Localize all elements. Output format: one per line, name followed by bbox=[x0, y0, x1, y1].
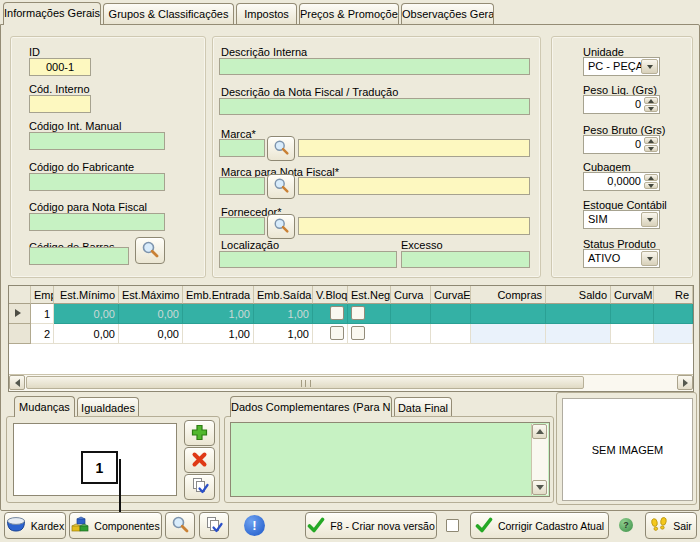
col-re[interactable]: Re bbox=[654, 286, 693, 304]
green-check-icon bbox=[475, 517, 493, 535]
cell-re[interactable] bbox=[654, 304, 693, 324]
corrigir-checkbox[interactable] bbox=[446, 519, 459, 532]
col-compras[interactable]: Compras bbox=[471, 286, 546, 304]
cell-emb-saida[interactable]: 1,00 bbox=[254, 304, 313, 324]
tab-igualdades[interactable]: Igualdades bbox=[77, 397, 139, 416]
current-row-arrow-icon bbox=[15, 309, 25, 317]
tab-data-final[interactable]: Data Final bbox=[394, 397, 452, 416]
scrollbar-thumb[interactable] bbox=[26, 376, 584, 389]
scrollbar-grip bbox=[301, 380, 311, 387]
footprints-icon bbox=[650, 517, 668, 535]
components-cubes-icon bbox=[71, 516, 89, 535]
plus-icon bbox=[191, 424, 208, 443]
cell-v-bloq[interactable] bbox=[313, 324, 348, 344]
col-est-neg[interactable]: Est.Neg. bbox=[348, 286, 391, 304]
scroll-down-icon[interactable] bbox=[532, 480, 547, 495]
v-bloq-checkbox[interactable] bbox=[330, 326, 344, 340]
grid-corner-cell[interactable] bbox=[9, 286, 31, 304]
cell-compras[interactable] bbox=[471, 304, 546, 324]
tab-informacoes-gerais[interactable]: Informações Gerais bbox=[3, 2, 101, 25]
cell-curvam[interactable] bbox=[611, 324, 654, 344]
scroll-up-icon[interactable] bbox=[532, 424, 547, 439]
copy-check-icon bbox=[191, 477, 209, 497]
kardex-label: Kardex bbox=[31, 520, 64, 532]
cell-emb-entrada[interactable]: 1,00 bbox=[183, 304, 254, 324]
delete-button[interactable] bbox=[184, 447, 215, 473]
sair-button[interactable]: Sair bbox=[645, 512, 697, 539]
corrigir-cadastro-button[interactable]: Corrigir Cadastro Atual bbox=[470, 512, 609, 539]
cell-est-neg[interactable] bbox=[348, 304, 391, 324]
dados-complementares-textarea[interactable] bbox=[230, 422, 550, 497]
cell-curvae[interactable] bbox=[431, 304, 471, 324]
help-question-icon[interactable]: ? bbox=[619, 518, 633, 532]
scroll-left-icon[interactable] bbox=[9, 375, 25, 390]
grid-header-row: Emp Est.Mínimo Est.Máximo Emb.Entrada Em… bbox=[9, 286, 693, 304]
search-icon bbox=[171, 515, 190, 536]
add-button[interactable] bbox=[184, 420, 215, 446]
tab-observacoes-gerais[interactable]: Observações Gerais bbox=[401, 3, 494, 24]
row-selector[interactable] bbox=[9, 304, 31, 324]
cell-curvam[interactable] bbox=[611, 304, 654, 324]
kardex-button[interactable]: Kardex bbox=[4, 512, 66, 539]
toolbar-copy-check-button[interactable] bbox=[199, 512, 229, 539]
cell-v-bloq[interactable] bbox=[313, 304, 348, 324]
x-icon bbox=[191, 451, 208, 470]
cell-emp[interactable]: 2 bbox=[31, 324, 54, 344]
cell-est-neg[interactable] bbox=[348, 324, 391, 344]
cell-curvae[interactable] bbox=[431, 324, 471, 344]
col-saldo[interactable]: Saldo bbox=[546, 286, 611, 304]
textarea-vertical-scrollbar[interactable] bbox=[531, 424, 548, 495]
green-check-icon bbox=[307, 517, 325, 535]
cell-est-maximo[interactable]: 0,00 bbox=[119, 324, 183, 344]
sair-label: Sair bbox=[673, 520, 692, 532]
cell-curva[interactable] bbox=[391, 304, 431, 324]
tab-grupos-classificacoes[interactable]: Grupos & Classificações bbox=[103, 3, 234, 24]
cell-emb-saida[interactable]: 1,00 bbox=[254, 324, 313, 344]
cell-emp[interactable]: 1 bbox=[31, 304, 54, 324]
col-est-maximo[interactable]: Est.Máximo bbox=[119, 286, 183, 304]
col-emp[interactable]: Emp bbox=[31, 286, 54, 304]
toolbar-search-button[interactable] bbox=[165, 512, 195, 539]
grid-row-2[interactable]: 2 0,00 0,00 1,00 1,00 bbox=[9, 324, 693, 344]
row-selector[interactable] bbox=[9, 324, 31, 344]
col-emb-entrada[interactable]: Emb.Entrada bbox=[183, 286, 254, 304]
cell-est-minimo[interactable]: 0,00 bbox=[54, 304, 119, 324]
product-image-placeholder[interactable]: SEM IMAGEM bbox=[562, 398, 693, 501]
col-emb-saida[interactable]: Emb.Saída bbox=[254, 286, 313, 304]
copy-check-button[interactable] bbox=[184, 474, 215, 500]
est-neg-checkbox[interactable] bbox=[351, 306, 365, 320]
cell-re[interactable] bbox=[654, 324, 693, 344]
no-image-text: SEM IMAGEM bbox=[592, 444, 664, 456]
info-exclamation-icon[interactable]: ! bbox=[244, 515, 265, 536]
col-est-minimo[interactable]: Est.Mínimo bbox=[54, 286, 119, 304]
col-curva[interactable]: Curva bbox=[391, 286, 431, 304]
f8-label: F8 - Criar nova versão bbox=[330, 520, 434, 532]
col-curvae[interactable]: CurvaE bbox=[431, 286, 471, 304]
cell-est-minimo[interactable]: 0,00 bbox=[54, 324, 119, 344]
nfe-panel bbox=[224, 416, 554, 503]
cell-saldo[interactable] bbox=[546, 304, 611, 324]
tab-dados-complementares[interactable]: Dados Complementares (Para NFE) bbox=[230, 396, 392, 417]
est-neg-checkbox[interactable] bbox=[351, 326, 365, 340]
tab-impostos[interactable]: Impostos bbox=[236, 3, 297, 24]
scroll-right-icon[interactable] bbox=[677, 375, 693, 390]
kardex-drum-icon bbox=[6, 516, 26, 535]
image-panel: SEM IMAGEM bbox=[556, 392, 697, 505]
grid-horizontal-scrollbar[interactable] bbox=[9, 374, 693, 391]
v-bloq-checkbox[interactable] bbox=[330, 306, 344, 320]
cell-curva[interactable] bbox=[391, 324, 431, 344]
tab-precos-promocoes[interactable]: Preços & Promoções bbox=[299, 3, 399, 24]
componentes-label: Componentes bbox=[94, 520, 159, 532]
f8-nova-versao-button[interactable]: F8 - Criar nova versão bbox=[305, 512, 437, 539]
cell-est-maximo[interactable]: 0,00 bbox=[119, 304, 183, 324]
cell-emb-entrada[interactable]: 1,00 bbox=[183, 324, 254, 344]
cell-compras[interactable] bbox=[471, 324, 546, 344]
tab-mudancas[interactable]: Mudanças bbox=[14, 396, 75, 417]
annotation-line bbox=[119, 459, 121, 512]
componentes-button[interactable]: Componentes bbox=[69, 512, 162, 539]
copy-check-icon bbox=[205, 516, 223, 536]
grid-row-1[interactable]: 1 0,00 0,00 1,00 1,00 bbox=[9, 304, 693, 324]
col-curvam[interactable]: CurvaM bbox=[611, 286, 654, 304]
cell-saldo[interactable] bbox=[546, 324, 611, 344]
col-v-bloq[interactable]: V.Bloq bbox=[313, 286, 348, 304]
